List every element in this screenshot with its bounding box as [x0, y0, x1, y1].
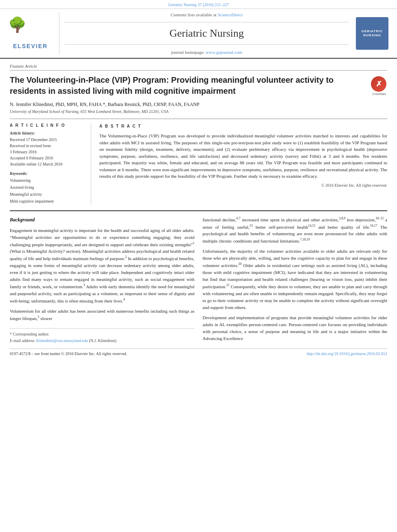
- body-right-para-1: functional decline,6,7 increased time sp…: [203, 216, 388, 245]
- issn-text: 0197-4572/$ – see front matter © 2016 El…: [10, 351, 127, 356]
- received-revised: Received in revised form: [10, 143, 85, 149]
- page: Geriatric Nursing 37 (2016) 221–227 🌳 EL…: [0, 0, 397, 362]
- section-label-text: Feature Article: [10, 64, 37, 68]
- accepted-date: Accepted 8 February 2016: [10, 155, 85, 161]
- body-right-para-2: Unfortunately, the majority of the volun…: [203, 248, 388, 311]
- elsevier-logo: 🌳: [8, 18, 53, 42]
- affiliation-line: University of Maryland School of Nursing…: [10, 109, 387, 114]
- body-left-column: Background Engagement in meaningful acti…: [10, 216, 195, 345]
- article-title-section: The Volunteering-in-Place (VIP) Program:…: [10, 75, 387, 97]
- journal-header: 🌳 ELSEVIER Contents lists available at S…: [0, 9, 397, 59]
- citation-text: Geriatric Nursing 37 (2016) 221–227: [168, 2, 229, 7]
- footer-issn: 0197-4572/$ – see front matter © 2016 El…: [10, 351, 127, 356]
- keyword-4: Mild cognitive impairment: [10, 198, 85, 205]
- body-right-para-3: Development and implementation of progra…: [203, 314, 388, 342]
- journal-center-info: Contents lists available at ScienceDirec…: [64, 12, 349, 55]
- keyword-2: Assisted living: [10, 184, 85, 191]
- article-title: The Volunteering-in-Place (VIP) Program:…: [10, 75, 367, 97]
- body-right-column: functional decline,6,7 increased time sp…: [203, 216, 388, 345]
- footer-doi[interactable]: http://dx.doi.org/10.1016/j.gerinurse.20…: [307, 351, 387, 356]
- citation-bar: Geriatric Nursing 37 (2016) 221–227: [0, 0, 397, 9]
- article-content: Feature Article The Volunteering-in-Plac…: [0, 59, 397, 362]
- abstract-text: The Volunteering-in-Place (VIP) Program …: [99, 132, 387, 180]
- journal-badge-section: GERIATRIC NURSING: [354, 12, 390, 55]
- author-email[interactable]: Klinedinst@son.umaryland.edu: [36, 338, 88, 343]
- elsevier-brand: ELSEVIER: [13, 43, 48, 49]
- abstract-column: A B S T R A C T The Volunteering-in-Plac…: [99, 123, 387, 205]
- email-suffix: (N.J. Klinedinst).: [89, 338, 117, 343]
- badge-line1: GERIATRIC: [362, 29, 383, 33]
- article-info-header: A R T I C L E I N F O: [10, 123, 85, 128]
- keyword-3: Meaningful activity: [10, 191, 85, 198]
- keywords-section: Keywords: Volunteering Assisted living M…: [10, 171, 85, 205]
- corresponding-note: * Corresponding author. E-mail address: …: [10, 328, 195, 344]
- received-revised-date: 3 February 2016: [10, 149, 85, 155]
- body-section: Background Engagement in meaningful acti…: [10, 210, 387, 345]
- authors-line: N. Jennifer Klinedinst, PhD, MPH, RN, FA…: [10, 102, 387, 108]
- background-heading: Background: [10, 216, 195, 224]
- doi-text[interactable]: http://dx.doi.org/10.1016/j.gerinurse.20…: [307, 351, 387, 356]
- body-para-1: Engagement in meaningful activity is imp…: [10, 227, 195, 305]
- sciencedirect-link-text[interactable]: ScienceDirect: [217, 12, 243, 17]
- received-1: Received 17 December 2015: [10, 137, 85, 143]
- page-footer: 0197-4572/$ – see front matter © 2016 El…: [10, 349, 387, 356]
- info-abstract-section: A R T I C L E I N F O Article history: R…: [10, 119, 387, 205]
- keyword-1: Volunteering: [10, 177, 85, 184]
- geriatric-nursing-badge: GERIATRIC NURSING: [356, 17, 388, 50]
- email-label-text: E-mail address:: [10, 338, 35, 343]
- crossmark-badge: ✗ CrossMark: [371, 76, 387, 93]
- crossmark-label: CrossMark: [371, 93, 387, 95]
- keywords-label: Keywords:: [10, 171, 85, 176]
- history-label: Article history:: [10, 131, 85, 135]
- abstract-header: A B S T R A C T: [99, 123, 387, 129]
- corresponding-label: * Corresponding author.: [10, 331, 195, 338]
- homepage-url[interactable]: www.gnjournal.com: [206, 50, 242, 55]
- sciencedirect-label: Contents lists available at ScienceDirec…: [171, 12, 243, 17]
- authors-text: N. Jennifer Klinedinst, PhD, MPH, RN, FA…: [10, 102, 200, 107]
- crossmark-icon: ✗: [371, 76, 386, 92]
- available-date: Available online 12 March 2016: [10, 161, 85, 167]
- email-line: E-mail address: Klinedinst@son.umaryland…: [10, 338, 195, 344]
- elsevier-logo-section: 🌳 ELSEVIER: [7, 12, 59, 55]
- journal-title: Geriatric Nursing: [169, 27, 244, 40]
- badge-line2: NURSING: [363, 33, 381, 38]
- tree-icon: 🌳: [8, 18, 53, 32]
- body-para-2: Volunteerism for all older adults has be…: [10, 308, 195, 322]
- copyright-text: © 2016 Elsevier Inc. All rights reserved…: [99, 182, 387, 188]
- article-info-column: A R T I C L E I N F O Article history: R…: [10, 123, 91, 205]
- journal-homepage: journal homepage: www.gnjournal.com: [171, 50, 242, 55]
- feature-article-label: Feature Article: [10, 64, 387, 71]
